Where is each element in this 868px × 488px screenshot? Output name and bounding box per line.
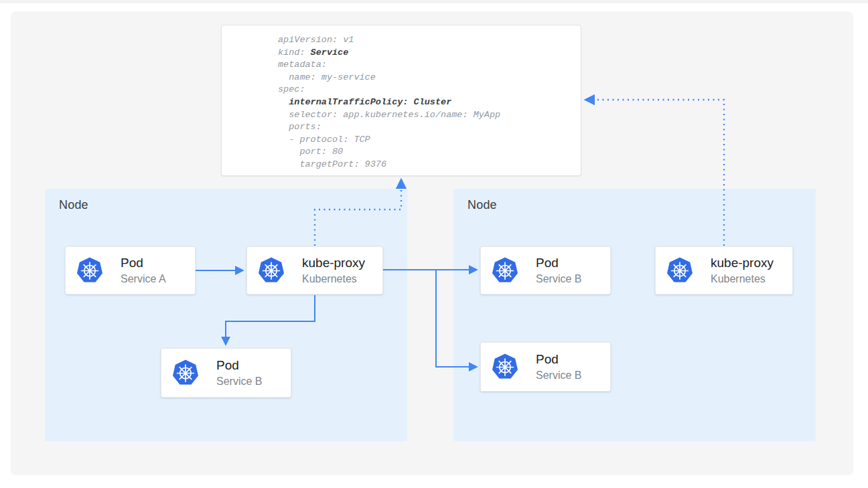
kubernetes-logo-icon bbox=[258, 257, 285, 284]
kubernetes-service-diagram: Node Node bbox=[0, 0, 868, 488]
card-subtitle: Service B bbox=[536, 368, 581, 382]
yaml-code-line: targetPort: 9376 bbox=[278, 159, 575, 171]
card-subtitle: Kubernetes bbox=[302, 272, 365, 286]
node-right-label: Node bbox=[467, 197, 497, 212]
card-kube-proxy-left: kube-proxy Kubernetes bbox=[246, 246, 383, 295]
card-subtitle: Kubernetes bbox=[711, 272, 774, 286]
top-border-strip bbox=[0, 0, 868, 3]
node-left: Node bbox=[45, 189, 407, 441]
yaml-code-line: selector: app.kubernetes.io/name: MyApp bbox=[278, 109, 575, 122]
card-title: kube-proxy bbox=[302, 255, 365, 271]
card-pod-service-b-right-top: Pod Service B bbox=[480, 246, 611, 295]
card-subtitle: Service B bbox=[216, 374, 262, 388]
card-title: Pod bbox=[121, 255, 166, 271]
card-title: kube-proxy bbox=[711, 255, 774, 271]
yaml-code-line: port: 80 bbox=[278, 146, 575, 159]
yaml-code-line: apiVersion: v1 bbox=[278, 34, 575, 47]
card-pod-service-b-left: Pod Service B bbox=[161, 348, 291, 398]
card-pod-service-a: Pod Service A bbox=[65, 246, 196, 295]
kubernetes-logo-icon bbox=[76, 257, 103, 284]
node-left-label: Node bbox=[59, 197, 88, 212]
card-title: Pod bbox=[536, 255, 581, 271]
kubernetes-logo-icon bbox=[172, 359, 199, 386]
card-title: Pod bbox=[536, 351, 581, 368]
service-yaml-code: apiVersion: v1kind: Servicemetadata: nam… bbox=[278, 34, 575, 171]
card-kube-proxy-right: kube-proxy Kubernetes bbox=[655, 246, 793, 295]
service-yaml-card: apiVersion: v1kind: Servicemetadata: nam… bbox=[221, 25, 581, 176]
card-title: Pod bbox=[216, 357, 262, 374]
kubernetes-logo-icon bbox=[492, 353, 518, 380]
yaml-code-line: name: my-service bbox=[278, 72, 575, 84]
yaml-code-line: internalTrafficPolicy: Cluster bbox=[278, 96, 575, 109]
card-subtitle: Service B bbox=[536, 272, 581, 286]
yaml-code-line: ports: bbox=[278, 121, 575, 134]
card-pod-service-b-right-bottom: Pod Service B bbox=[480, 342, 611, 392]
yaml-code-line: kind: Service bbox=[278, 47, 575, 60]
yaml-code-line: - protocol: TCP bbox=[278, 134, 575, 147]
yaml-code-line: spec: bbox=[278, 84, 575, 96]
node-right: Node bbox=[453, 189, 816, 441]
kubernetes-logo-icon bbox=[666, 257, 693, 284]
card-subtitle: Service A bbox=[121, 272, 166, 286]
yaml-code-line: metadata: bbox=[278, 59, 575, 72]
kubernetes-logo-icon bbox=[492, 257, 518, 284]
